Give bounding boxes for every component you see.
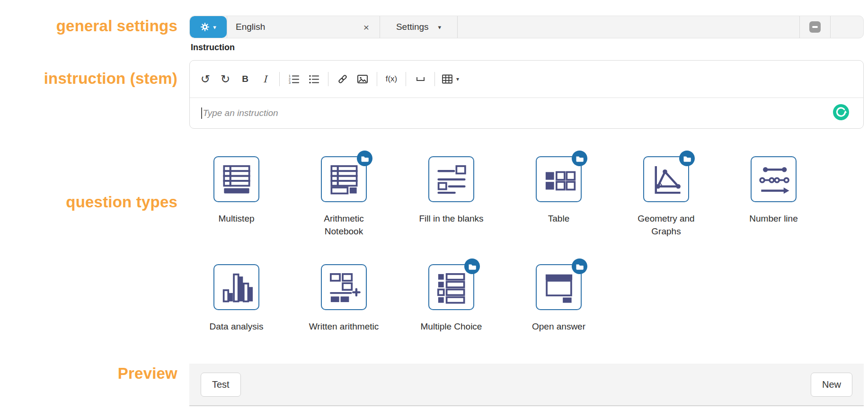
question-type-label: Fill in the blanks xyxy=(419,213,483,225)
svg-text:1: 1 xyxy=(289,74,291,78)
instruction-section-label: Instruction xyxy=(191,43,235,53)
blank-icon[interactable] xyxy=(413,70,428,89)
test-button[interactable]: Test xyxy=(201,373,241,397)
editor-toolbar: ↺ ↻ B I 1 2 3 xyxy=(190,61,863,98)
multiple-choice-icon xyxy=(434,270,469,305)
question-type-label: Arithmetic Notebook xyxy=(306,213,382,238)
folder-badge-icon xyxy=(572,258,587,274)
dash-square-icon xyxy=(809,21,821,33)
general-settings-bar: ▾ English × Settings ▾ xyxy=(189,16,864,38)
annotation-question-types: question types xyxy=(0,193,177,211)
instruction-placeholder: Type an instruction xyxy=(203,108,278,118)
close-icon[interactable]: × xyxy=(363,22,369,32)
folder-badge-icon xyxy=(679,151,695,166)
question-type-data-analysis[interactable]: Data analysis xyxy=(183,264,290,333)
folder-badge-icon xyxy=(357,151,372,166)
grammarly-icon[interactable] xyxy=(833,104,849,122)
annotation-preview: Preview xyxy=(0,365,177,383)
tab-language-english[interactable]: English × xyxy=(227,16,380,38)
image-icon[interactable] xyxy=(355,70,370,89)
question-type-number-line[interactable]: Number line xyxy=(720,156,827,238)
undo-icon[interactable]: ↺ xyxy=(198,70,213,89)
question-type-label: Multiple Choice xyxy=(421,321,482,333)
question-types-row-2: Data analysis xyxy=(183,264,612,333)
question-type-open-answer[interactable]: Open answer xyxy=(505,264,612,333)
svg-text:2: 2 xyxy=(289,78,291,81)
toolbar-divider xyxy=(279,72,280,86)
new-button[interactable]: New xyxy=(811,373,852,397)
question-type-label: Written arithmetic xyxy=(309,321,379,333)
question-type-written-arithmetic[interactable]: Written arithmetic xyxy=(290,264,398,333)
question-type-label: Open answer xyxy=(532,321,585,333)
folder-badge-icon xyxy=(464,258,480,274)
toolbar-divider xyxy=(406,72,406,86)
table-insert-button[interactable]: ▾ xyxy=(442,70,459,89)
folder-badge-icon xyxy=(572,151,587,166)
bold-button[interactable]: B xyxy=(238,70,253,89)
svg-text:3: 3 xyxy=(289,81,291,84)
question-types-row-1: Multistep xyxy=(183,156,827,238)
question-type-geometry-and-graphs[interactable]: Geometry and Graphs xyxy=(612,156,720,238)
instruction-input[interactable]: Type an instruction xyxy=(190,98,863,128)
table-question-icon xyxy=(541,162,576,197)
arithmetic-notebook-icon xyxy=(327,162,362,197)
question-type-multiple-choice[interactable]: Multiple Choice xyxy=(398,264,505,333)
annotation-instruction-stem: instruction (stem) xyxy=(0,70,177,88)
chevron-down-icon: ▾ xyxy=(213,24,216,31)
link-icon[interactable] xyxy=(335,70,350,89)
tab-settings[interactable]: Settings ▾ xyxy=(380,16,457,38)
gear-icon xyxy=(200,22,210,32)
toolbar-divider xyxy=(377,72,377,86)
gear-menu-button[interactable]: ▾ xyxy=(190,16,227,38)
question-type-label: Multistep xyxy=(218,213,254,225)
ordered-list-icon[interactable]: 1 2 3 xyxy=(286,70,301,89)
question-type-multistep[interactable]: Multistep xyxy=(183,156,290,238)
question-type-label: Table xyxy=(548,213,569,225)
question-type-arithmetic-notebook[interactable]: Arithmetic Notebook xyxy=(290,156,398,238)
language-tab-label: English xyxy=(236,22,265,32)
annotation-general-settings: general settings xyxy=(0,17,177,35)
question-type-label: Number line xyxy=(749,213,797,225)
unordered-list-icon[interactable] xyxy=(306,70,321,89)
fill-in-the-blanks-icon xyxy=(434,162,469,197)
toolbar-divider xyxy=(328,72,328,86)
table-icon xyxy=(442,73,453,85)
written-arithmetic-icon xyxy=(327,270,362,305)
chevron-down-icon: ▾ xyxy=(456,76,459,82)
chevron-down-icon: ▾ xyxy=(438,24,442,31)
settings-tab-label: Settings xyxy=(396,22,429,32)
number-line-icon xyxy=(756,162,791,197)
question-type-fill-in-the-blanks[interactable]: Fill in the blanks xyxy=(398,156,505,238)
redo-icon[interactable]: ↻ xyxy=(218,70,233,89)
toolbar-divider xyxy=(434,72,435,86)
italic-button[interactable]: I xyxy=(257,70,273,89)
data-analysis-icon xyxy=(219,270,254,305)
question-type-label: Data analysis xyxy=(209,321,263,333)
open-answer-icon xyxy=(541,270,576,305)
question-editor-page: general settings instruction (stem) ques… xyxy=(0,0,868,410)
multistep-icon xyxy=(219,162,254,197)
tabbar-spacer xyxy=(457,16,799,38)
geometry-graphs-icon xyxy=(649,162,684,197)
question-type-label: Geometry and Graphs xyxy=(628,213,705,238)
tabbar-end-segment xyxy=(830,16,863,38)
text-cursor xyxy=(201,107,202,119)
formula-button[interactable]: f(x) xyxy=(384,70,399,89)
collapse-button[interactable] xyxy=(799,16,830,38)
question-type-table[interactable]: Table xyxy=(505,156,612,238)
preview-bar: Test New xyxy=(189,364,864,406)
instruction-editor: ↺ ↻ B I 1 2 3 xyxy=(189,60,864,129)
